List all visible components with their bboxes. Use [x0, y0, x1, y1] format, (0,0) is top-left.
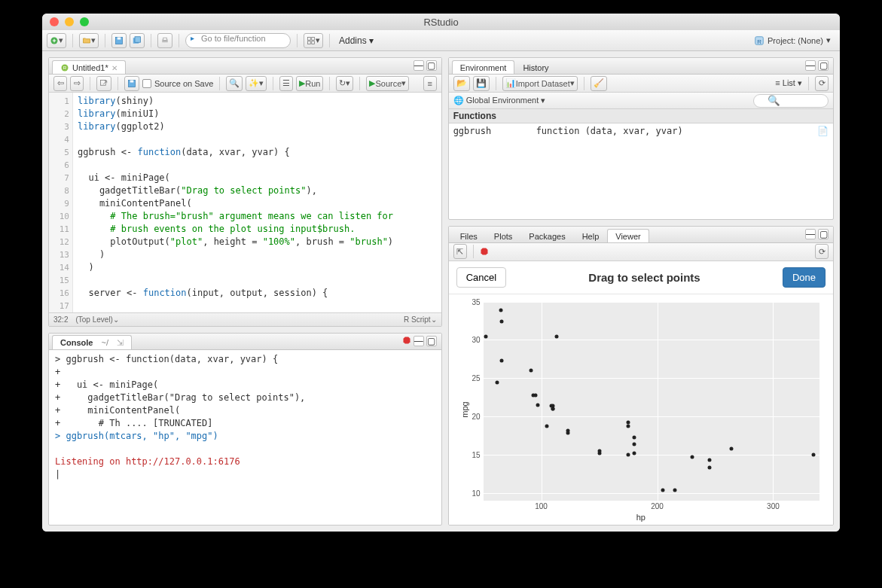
find-button[interactable]: 🔍 — [226, 76, 243, 91]
minimize-env-button[interactable]: — — [805, 60, 816, 71]
new-file-button[interactable]: ▾ — [47, 33, 66, 48]
svg-text:R: R — [757, 38, 761, 44]
refresh-viewer-button[interactable]: ⟳ — [815, 244, 829, 259]
titlebar[interactable]: RStudio — [42, 14, 840, 30]
tab-plots[interactable]: Plots — [486, 229, 520, 242]
save-button[interactable] — [111, 33, 127, 48]
clear-workspace-button[interactable]: 🧹 — [591, 76, 607, 91]
load-workspace-button[interactable]: 📂 — [453, 76, 470, 91]
environment-pane: Environment History — ▢ 📂 💾 📊 Import Dat… — [448, 57, 834, 220]
project-menu[interactable]: RProject: (None) ▾ — [749, 35, 835, 46]
list-view-toggle[interactable]: ≡ List ▾ — [775, 78, 802, 88]
zoom-window-button[interactable] — [80, 17, 89, 26]
goto-file-input[interactable]: Go to file/function — [185, 33, 291, 48]
source-on-save-checkbox[interactable] — [142, 79, 151, 88]
data-point — [673, 488, 676, 492]
y-tick: 10 — [472, 489, 481, 497]
wand-button[interactable]: ✨▾ — [246, 76, 267, 91]
minimize-window-button[interactable] — [65, 17, 74, 26]
close-window-button[interactable] — [50, 17, 59, 26]
close-tab-icon[interactable]: ✕ — [111, 64, 117, 72]
tab-environment[interactable]: Environment — [452, 60, 515, 74]
data-point — [500, 319, 504, 323]
minimize-viewer-button[interactable]: — — [805, 229, 816, 239]
import-dataset-button[interactable]: 📊 Import Dataset ▾ — [502, 76, 578, 91]
minimize-pane-button[interactable]: — — [414, 60, 424, 71]
outline-button[interactable]: ☰ — [279, 76, 293, 91]
y-tick: 25 — [472, 374, 481, 382]
maximize-env-button[interactable]: ▢ — [818, 60, 829, 71]
cancel-button[interactable]: Cancel — [456, 267, 506, 288]
maximize-pane-button[interactable]: ▢ — [426, 60, 437, 71]
stop-icon[interactable] — [402, 336, 411, 345]
env-search-input[interactable] — [753, 94, 829, 108]
done-button[interactable]: Done — [783, 267, 826, 288]
code-content[interactable]: library(shiny) library(miniUI) library(g… — [73, 93, 441, 312]
save-workspace-button[interactable]: 💾 — [473, 76, 490, 91]
y-tick: 35 — [472, 297, 481, 306]
language-mode[interactable]: R Script — [404, 315, 431, 324]
rerun-button[interactable]: ↻▾ — [336, 76, 353, 91]
tab-console[interactable]: Console ~/ ⇲ — [52, 335, 132, 349]
env-scope-selector[interactable]: 🌐 Global Environment ▾ — [453, 96, 546, 105]
minimize-console-button[interactable]: — — [414, 336, 424, 346]
svg-rect-17 — [130, 80, 134, 82]
data-point — [627, 421, 630, 425]
source-menu-button[interactable]: ▶Source ▾ — [366, 76, 409, 91]
svg-rect-9 — [308, 41, 311, 44]
x-tick: 200 — [651, 502, 664, 510]
data-point — [496, 381, 499, 385]
tab-history[interactable]: History — [514, 60, 557, 74]
source-statusbar: 32:2 (Top Level) ⌄ R Script ⌄ — [49, 312, 441, 326]
svg-rect-7 — [308, 37, 311, 40]
run-button[interactable]: ▶Run — [296, 76, 323, 91]
save-source-button[interactable] — [124, 76, 139, 91]
popout-button[interactable] — [96, 76, 111, 91]
line-gutter: 1 2 3 4 5 6 7 8 9 10 11 12 13 14 15 16 1… — [49, 93, 73, 312]
y-tick: 15 — [472, 450, 481, 459]
forward-button[interactable]: ⇨ — [70, 76, 84, 91]
grid-button[interactable]: ▾ — [304, 33, 323, 48]
data-point — [551, 404, 554, 407]
scatter-plot[interactable]: 101520253035100200300 mpg hp — [449, 294, 833, 526]
tab-untitled1[interactable]: R Untitled1* ✕ — [52, 60, 126, 74]
stop-viewer-icon[interactable] — [480, 247, 489, 256]
save-all-button[interactable] — [130, 33, 145, 48]
svg-marker-18 — [403, 337, 410, 343]
popout-viewer-button[interactable]: ⇱ — [453, 244, 467, 259]
data-point — [627, 452, 630, 456]
x-axis-label: hp — [636, 513, 645, 522]
refresh-env-button[interactable]: ⟳ — [815, 76, 829, 91]
app-window: RStudio ▾ ▾ Go to file/function ▾ Addins… — [42, 14, 840, 532]
data-point — [707, 466, 711, 470]
code-editor[interactable]: 1 2 3 4 5 6 7 8 9 10 11 12 13 14 15 16 1… — [49, 93, 441, 312]
tab-packages[interactable]: Packages — [520, 229, 573, 242]
tab-viewer[interactable]: Viewer — [607, 229, 649, 242]
svg-rect-10 — [312, 41, 315, 44]
maximize-console-button[interactable]: ▢ — [426, 336, 437, 346]
tab-files[interactable]: Files — [452, 229, 486, 242]
maximize-viewer-button[interactable]: ▢ — [818, 229, 829, 239]
data-point — [661, 488, 665, 492]
addins-menu[interactable]: Addins ▾ — [336, 35, 377, 46]
window-controls — [42, 17, 89, 26]
y-axis-label: mpg — [459, 401, 468, 417]
data-point — [533, 393, 537, 397]
data-point — [545, 425, 549, 428]
env-row-ggbrush[interactable]: ggbrush function (data, xvar, yvar) 📄 — [449, 123, 833, 139]
data-point — [529, 369, 533, 373]
back-button[interactable]: ⇦ — [53, 76, 67, 91]
open-file-button[interactable]: ▾ — [79, 33, 99, 48]
data-point — [597, 449, 601, 452]
outline-toggle-button[interactable]: ≡ — [423, 76, 437, 91]
print-button[interactable] — [157, 33, 172, 48]
r-file-icon: R — [60, 63, 69, 72]
svg-text:R: R — [63, 66, 67, 70]
data-point — [499, 308, 502, 312]
data-point — [632, 451, 636, 455]
data-point — [812, 452, 816, 456]
console-output[interactable]: > ggbrush <- function(data, xvar, yvar) … — [49, 350, 441, 525]
panes: R Untitled1* ✕ — ▢ ⇦ ⇨ — [42, 51, 840, 532]
tab-help[interactable]: Help — [574, 229, 608, 242]
scope-label[interactable]: (Top Level) — [75, 315, 112, 324]
